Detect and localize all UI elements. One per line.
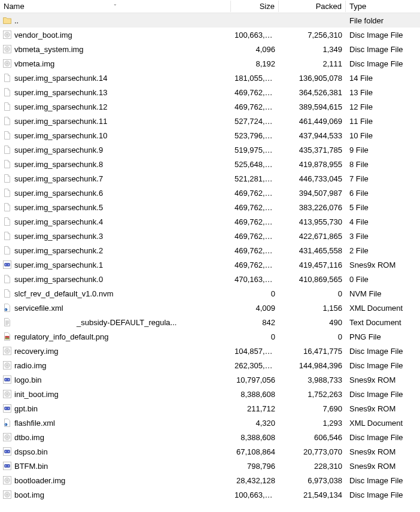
table-row[interactable]: super.img_sparsechunk.2469,762,184431,46… (0, 243, 420, 257)
file-type: Snes9x ROM (346, 260, 420, 269)
table-row[interactable]: boot.img100,663,29621,549,134Disc Image … (0, 487, 420, 502)
file-packed: 0 (279, 289, 346, 298)
table-row[interactable]: BTFM.bin798,796228,310Snes9x ROM (0, 459, 420, 473)
file-name-cell: servicefile.xml (0, 303, 231, 313)
file-icon (2, 246, 12, 255)
table-row[interactable]: init_boot.img8,388,6081,752,263Disc Imag… (0, 387, 420, 401)
file-name-cell: gpt.bin (0, 404, 231, 413)
file-name: servicefile.xml (14, 304, 63, 313)
file-size: 10,797,056 (231, 375, 279, 384)
table-row[interactable]: slcf_rev_d_default_v1.0.nvm00NVM File (0, 286, 420, 301)
parent-folder-row[interactable]: ..File folder (0, 13, 420, 28)
table-row[interactable]: vbmeta_system.img4,0961,349Disc Image Fi… (0, 42, 420, 56)
file-name: gpt.bin (14, 404, 38, 413)
file-name-cell: super.img_sparsechunk.12 (0, 102, 231, 111)
table-row[interactable]: super.img_sparsechunk.10523,796,644437,9… (0, 128, 420, 143)
table-row[interactable]: super.img_sparsechunk.3469,762,184422,67… (0, 229, 420, 243)
table-row[interactable]: super.img_sparsechunk.4469,762,184413,95… (0, 214, 420, 229)
file-name: super.img_sparsechunk.14 (14, 74, 107, 83)
table-row[interactable]: bootloader.img28,432,1286,973,038Disc Im… (0, 473, 420, 487)
table-row[interactable]: super.img_sparsechunk.12469,762,184389,5… (0, 99, 420, 114)
file-type: Disc Image File (346, 390, 420, 399)
file-packed: 413,955,730 (279, 217, 346, 226)
file-type: Disc Image File (346, 361, 420, 370)
disc-icon (2, 360, 12, 370)
table-row[interactable]: super.img_sparsechunk.1469,762,184419,45… (0, 257, 420, 272)
file-packed: 490 (279, 318, 346, 327)
file-type: Snes9x ROM (346, 462, 420, 471)
file-name: init_boot.img (14, 390, 59, 399)
file-name: super.img_sparsechunk.1 (14, 260, 103, 269)
file-size: 469,762,184 (231, 88, 279, 97)
table-row[interactable]: radio.img262,305,536144,984,396Disc Imag… (0, 358, 420, 372)
column-header-packed[interactable]: Packed (279, 1, 346, 12)
file-name: vendor_boot.img (14, 31, 72, 40)
table-row[interactable]: super.img_sparsechunk.9519,975,204435,37… (0, 143, 420, 157)
file-icon (2, 87, 12, 97)
file-name-cell: super.img_sparsechunk.13 (0, 87, 231, 97)
file-type: Text Document (346, 318, 420, 327)
file-size: 523,796,644 (231, 131, 279, 140)
table-row[interactable]: super.img_sparsechunk.7521,281,724446,73… (0, 171, 420, 186)
file-name: super.img_sparsechunk.12 (14, 102, 107, 111)
xml-icon (2, 418, 12, 428)
file-name-cell: flashfile.xml (0, 418, 231, 428)
table-row[interactable]: super.img_sparsechunk.11527,724,760461,4… (0, 114, 420, 128)
file-packed: 1,156 (279, 304, 346, 313)
file-name: .. (14, 16, 19, 25)
column-header-name[interactable]: Name ⌄ (0, 1, 231, 12)
table-row[interactable]: super.img_sparsechunk.13469,762,184364,5… (0, 85, 420, 99)
file-name: radio.img (14, 361, 46, 370)
column-header-size[interactable]: Size (231, 1, 279, 12)
table-row[interactable]: super.img_sparsechunk.5469,762,184383,22… (0, 200, 420, 214)
table-row[interactable]: regulatory_info_default.png00PNG File (0, 329, 420, 344)
file-name-cell: super.img_sparsechunk.8 (0, 159, 231, 169)
table-row[interactable]: super.img_sparsechunk.8525,648,036419,87… (0, 157, 420, 171)
file-packed: 1,752,263 (279, 390, 346, 399)
file-packed: 364,526,381 (279, 88, 346, 97)
file-icon (2, 102, 12, 111)
table-row[interactable]: dspso.bin67,108,86420,773,070Snes9x ROM (0, 444, 420, 459)
file-name: BTFM.bin (14, 462, 48, 471)
file-size: 211,712 (231, 404, 279, 413)
file-type: Disc Image File (346, 490, 420, 499)
file-size: 67,108,864 (231, 447, 279, 456)
table-row[interactable]: _subsidy-DEFAULT_regula...842490Text Doc… (0, 315, 420, 329)
table-row[interactable]: vendor_boot.img100,663,2967,256,310Disc … (0, 28, 420, 42)
file-packed: 606,546 (279, 433, 346, 442)
file-name-cell: regulatory_info_default.png (0, 332, 231, 341)
file-name: super.img_sparsechunk.10 (14, 131, 107, 140)
file-size: 470,163,620 (231, 275, 279, 284)
file-type: Snes9x ROM (346, 404, 420, 413)
table-row[interactable]: flashfile.xml4,3201,293XML Document (0, 416, 420, 430)
file-name-cell: recovery.img (0, 346, 231, 356)
file-size: 4,096 (231, 45, 279, 54)
file-type: 12 File (346, 102, 420, 111)
table-row[interactable]: dtbo.img8,388,608606,546Disc Image File (0, 430, 420, 444)
file-name-cell: radio.img (0, 360, 231, 370)
table-row[interactable]: vbmeta.img8,1922,111Disc Image File (0, 56, 420, 71)
table-row[interactable]: gpt.bin211,7127,690Snes9x ROM (0, 401, 420, 416)
file-list: ..File foldervendor_boot.img100,663,2967… (0, 13, 420, 502)
file-type: 9 File (346, 146, 420, 154)
file-type: Disc Image File (346, 433, 420, 442)
file-size: 8,388,608 (231, 433, 279, 442)
file-name: vbmeta.img (14, 59, 54, 68)
file-packed: 136,905,078 (279, 74, 346, 83)
table-row[interactable]: super.img_sparsechunk.14181,055,656136,9… (0, 71, 420, 85)
column-header-type[interactable]: Type (346, 1, 420, 12)
table-row[interactable]: super.img_sparsechunk.6469,762,184394,50… (0, 186, 420, 200)
file-icon (2, 231, 12, 241)
table-row[interactable]: super.img_sparsechunk.0470,163,620410,86… (0, 272, 420, 286)
text-icon (2, 317, 12, 327)
file-size: 8,192 (231, 59, 279, 68)
file-type: XML Document (346, 304, 420, 313)
table-row[interactable]: recovery.img104,857,60016,471,775Disc Im… (0, 344, 420, 358)
table-row[interactable]: servicefile.xml4,0091,156XML Document (0, 301, 420, 315)
file-size: 842 (231, 318, 279, 327)
disc-icon (2, 490, 12, 499)
file-size: 527,724,760 (231, 117, 279, 126)
file-size: 469,762,184 (231, 260, 279, 269)
file-name-cell: logo.bin (0, 375, 231, 384)
table-row[interactable]: logo.bin10,797,0563,988,733Snes9x ROM (0, 372, 420, 387)
